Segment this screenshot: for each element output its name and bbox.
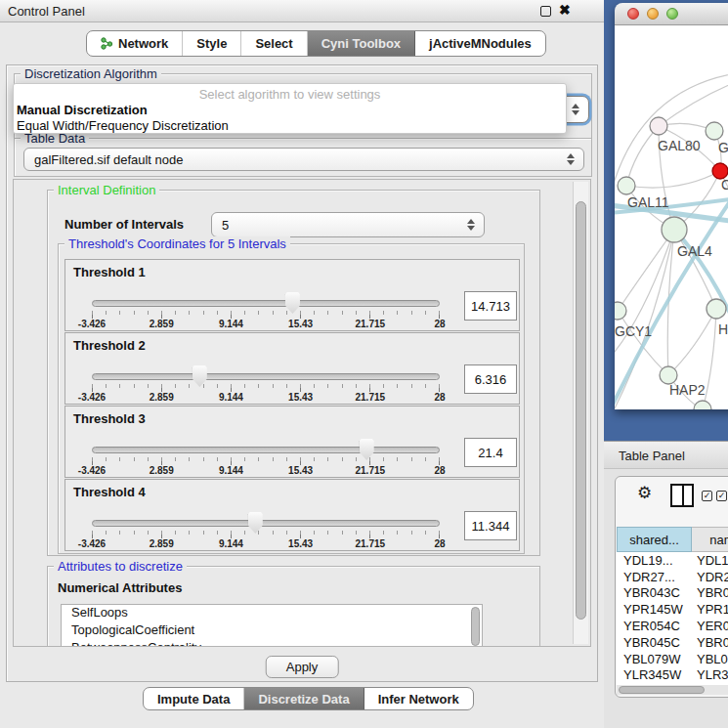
panel-title: Control Panel <box>8 4 85 19</box>
tick-label: -3.426 <box>78 392 106 403</box>
tick-label: 2.859 <box>150 319 174 329</box>
group-title: Discretization Algorithm <box>21 66 161 81</box>
dropdown-option-equal-width-frequency[interactable]: Equal Width/Frequency Discretization <box>17 118 229 133</box>
tick-label: 21.715 <box>356 538 386 549</box>
tick-label: 9.144 <box>219 538 243 549</box>
node-label: HAP2 <box>669 382 706 398</box>
attributes-group: Attributes to discretize Numerical Attri… <box>47 566 540 647</box>
table-rows[interactable]: YDL19...YDL19...YDR27...YDR27...YBR043CY… <box>617 552 728 685</box>
threshold-3-value-field[interactable]: 21.4 <box>464 438 517 467</box>
table-row[interactable]: YBR043CYBR043C <box>617 585 728 602</box>
attribute-list-item[interactable]: BetweennessCentrality <box>62 640 482 647</box>
network-node-GCY1[interactable] <box>615 302 626 320</box>
table-row[interactable]: YBL079WYBL079W <box>617 651 728 667</box>
tick-label: 21.715 <box>356 319 386 329</box>
tick-label: 15.43 <box>288 538 313 549</box>
minimize-traffic-light-icon[interactable] <box>647 8 659 20</box>
numerical-attributes-list[interactable]: SelfLoopsTopologicalCoefficientBetweenne… <box>61 604 483 647</box>
network-window-titlebar[interactable] <box>615 3 728 25</box>
settings-scrollbar[interactable] <box>573 182 588 644</box>
network-node-H[interactable] <box>707 299 726 319</box>
tick-label: 2.859 <box>150 465 174 476</box>
table-data-combobox[interactable]: galFiltered.sif default node <box>23 148 584 171</box>
tab-style[interactable]: Style <box>183 31 241 56</box>
number-of-intervals-combobox[interactable]: 5 <box>211 212 485 237</box>
attribute-list-item[interactable]: SelfLoops <box>62 605 482 622</box>
split-column-icon[interactable] <box>670 484 694 507</box>
node-label: C <box>721 177 728 193</box>
table-panel-titlebar: Table Panel <box>604 441 728 469</box>
column-header-shared-name[interactable]: shared... <box>617 527 692 552</box>
attribute-list-item[interactable]: TopologicalCoefficient <box>62 622 482 640</box>
network-graph: GAL80GACGAL11GAL4GCY1HHAP2 <box>615 25 728 409</box>
numerical-attributes-label: Numerical Attributes <box>58 580 182 595</box>
tick-label: 28 <box>434 465 445 476</box>
settings-scroll-area: Interval Definition Number of Intervals … <box>13 179 591 647</box>
apply-button[interactable]: Apply <box>266 656 339 678</box>
tick-label: 28 <box>434 538 445 549</box>
threshold-1-slider-track[interactable] <box>92 300 440 307</box>
table-panel-title: Table Panel <box>619 449 685 463</box>
tab-impute-data[interactable]: Impute Data <box>144 688 244 709</box>
threshold-1-value-field[interactable]: 14.713 <box>464 291 517 321</box>
combo-spinner-icon <box>467 218 476 232</box>
threshold-3-slider-track[interactable] <box>92 447 440 453</box>
network-node-unlabeled[interactable] <box>694 401 711 409</box>
network-node-GA[interactable] <box>706 122 723 140</box>
scrollbar-thumb[interactable] <box>576 201 586 620</box>
threshold-2-slider-track[interactable] <box>92 373 440 380</box>
threshold-3-box: Threshold 3 -3.4262.8599.14415.4321.7152… <box>64 406 520 478</box>
table-row[interactable]: YDL19...YDL19... <box>617 552 728 569</box>
dropdown-option-manual-discretization[interactable]: Manual Discretization <box>17 103 148 117</box>
number-of-intervals-label: Number of Intervals <box>64 217 184 232</box>
table-row[interactable]: YLR345WYLR345W <box>617 667 728 684</box>
table-row[interactable]: YER054CYER054C <box>617 618 728 634</box>
node-label: GAL4 <box>677 243 712 259</box>
tick-label: 28 <box>434 392 445 403</box>
scrollbar-thumb[interactable] <box>619 686 705 694</box>
checkbox-checked-icon[interactable]: ✓ <box>702 491 712 501</box>
column-header-name[interactable]: name <box>692 527 728 552</box>
tick-label: -3.426 <box>78 465 106 476</box>
control-panel-titlebar: Control Panel ✖ <box>0 0 604 22</box>
node-label: GA <box>718 140 728 155</box>
table-row[interactable]: YBR045CYBR045C <box>617 634 728 651</box>
bottom-tab-bar: Impute Data Discretize Data Infer Networ… <box>143 687 474 710</box>
close-icon[interactable]: ✖ <box>559 2 571 18</box>
tick-label: 15.43 <box>288 392 313 403</box>
network-node-GAL4[interactable] <box>662 217 687 242</box>
threshold-4-box: Threshold 4 -3.4262.8599.14415.4321.7152… <box>64 479 520 551</box>
tick-label: 28 <box>434 319 445 329</box>
tab-network[interactable]: Network <box>87 31 183 56</box>
tab-discretize-data[interactable]: Discretize Data <box>244 688 364 709</box>
network-canvas[interactable]: GAL80GACGAL11GAL4GCY1HHAP2 <box>615 25 728 409</box>
tick-label: -3.426 <box>78 319 106 329</box>
threshold-2-value-field[interactable]: 6.316 <box>464 364 517 394</box>
network-node-GAL11[interactable] <box>618 177 635 194</box>
zoom-traffic-light-icon[interactable] <box>666 8 678 20</box>
network-node-GAL80[interactable] <box>650 117 667 135</box>
threshold-4-value-field[interactable]: 11.344 <box>464 511 517 540</box>
thresholds-group: Threshold's Coordinates for 5 Intervals … <box>58 243 525 554</box>
checkbox-checked-icon[interactable]: ✓ <box>716 491 727 501</box>
threshold-1-box: Threshold 1 -3.4262.8599.14415.4321.7152… <box>64 259 520 331</box>
tab-jactivemnodules[interactable]: jActiveMNodules <box>415 31 545 56</box>
tab-select[interactable]: Select <box>241 31 307 56</box>
gear-icon[interactable]: ⚙ <box>637 483 652 503</box>
table-row[interactable]: YPR145WYPR145W <box>617 601 728 618</box>
axis-tick-labels: -3.4262.8599.14415.4321.71528 <box>92 538 440 550</box>
float-panel-icon[interactable] <box>540 6 551 17</box>
tab-cyni-toolbox[interactable]: Cyni Toolbox <box>308 31 415 56</box>
group-title: Interval Definition <box>54 183 159 197</box>
close-traffic-light-icon[interactable] <box>627 8 639 20</box>
tab-infer-network[interactable]: Infer Network <box>364 688 473 709</box>
list-scrollbar[interactable] <box>471 607 480 646</box>
axis-tick-labels: -3.4262.8599.14415.4321.71528 <box>92 319 440 330</box>
table-row[interactable]: YDR27...YDR27... <box>617 569 728 585</box>
table-horizontal-scrollbar[interactable] <box>617 685 728 695</box>
algorithm-dropdown-popup: Select algorithm to view settings Manual… <box>13 83 567 134</box>
threshold-4-slider-track[interactable] <box>92 520 440 527</box>
axis-tick-labels: -3.4262.8599.14415.4321.71528 <box>92 392 440 404</box>
interval-definition-group: Interval Definition Number of Intervals … <box>47 190 540 556</box>
tick-label: 2.859 <box>150 392 174 403</box>
